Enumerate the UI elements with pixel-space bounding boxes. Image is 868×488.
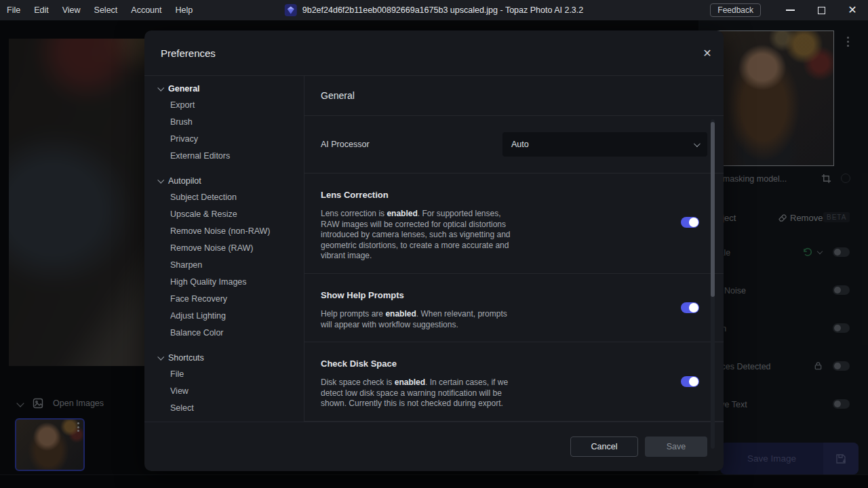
- maximize-icon: [818, 7, 825, 14]
- close-icon: ✕: [703, 47, 711, 59]
- menu-bar: File Edit View Select Account Help 9b2ef…: [0, 0, 868, 20]
- menu-select[interactable]: Select: [87, 0, 125, 20]
- ai-processor-row: AI Processor Auto: [304, 116, 724, 174]
- minimize-button[interactable]: [774, 0, 806, 20]
- sidebar-item-sharpen[interactable]: Sharpen: [144, 257, 304, 274]
- sidebar-item-export[interactable]: Export: [144, 97, 304, 114]
- chevron-down-icon: [157, 354, 164, 361]
- dialog-scrollbar[interactable]: [711, 119, 715, 449]
- page-title: General: [304, 76, 724, 116]
- sidebar-section-shortcuts[interactable]: Shortcuts: [144, 349, 304, 366]
- topaz-gem-icon: [285, 4, 297, 16]
- sidebar-item-high-quality-images[interactable]: High Quality Images: [144, 274, 304, 291]
- sidebar-item-select[interactable]: Select: [144, 400, 304, 417]
- scrollbar-thumb[interactable]: [711, 122, 715, 297]
- sidebar-item-brush[interactable]: Brush: [144, 114, 304, 131]
- preferences-sidebar: General Export Brush Privacy External Ed…: [144, 76, 304, 422]
- setting-description: Disk space check is enabled. In certain …: [321, 378, 519, 421]
- sidebar-item-masking[interactable]: Masking: [144, 417, 304, 422]
- cancel-button[interactable]: Cancel: [570, 436, 638, 457]
- minimize-icon: [786, 9, 795, 11]
- dialog-header: Preferences ✕: [144, 30, 724, 76]
- setting-lens-correction: Lens Correction Lens correction is enabl…: [304, 174, 724, 274]
- preferences-dialog: Preferences ✕ General Export Brush Priva…: [144, 30, 724, 471]
- setting-check-disk-space: Check Disk Space Disk space check is ena…: [304, 342, 724, 422]
- menu-account[interactable]: Account: [124, 0, 168, 20]
- feedback-button[interactable]: Feedback: [710, 3, 761, 17]
- sidebar-section-general[interactable]: General: [144, 80, 304, 97]
- chevron-down-icon: [157, 85, 164, 92]
- sidebar-item-external-editors[interactable]: External Editors: [144, 148, 304, 165]
- sidebar-item-file[interactable]: File: [144, 366, 304, 383]
- ai-processor-label: AI Processor: [321, 140, 370, 149]
- sidebar-item-privacy[interactable]: Privacy: [144, 131, 304, 148]
- dialog-title: Preferences: [161, 47, 216, 59]
- sidebar-item-adjust-lighting[interactable]: Adjust Lighting: [144, 308, 304, 325]
- sidebar-section-autopilot[interactable]: Autopilot: [144, 172, 304, 189]
- sidebar-item-remove-noise-raw[interactable]: Remove Noise (RAW): [144, 240, 304, 257]
- toggle-lens-correction[interactable]: [681, 217, 699, 228]
- sidebar-item-view[interactable]: View: [144, 383, 304, 400]
- setting-title: Lens Correction: [321, 190, 707, 200]
- dialog-close-button[interactable]: ✕: [701, 47, 714, 60]
- menu-file[interactable]: File: [0, 0, 27, 20]
- ai-processor-value: Auto: [511, 140, 529, 149]
- settings-scroll-area[interactable]: AI Processor Auto Lens Correction Lens c…: [304, 116, 724, 422]
- save-button[interactable]: Save: [645, 436, 707, 457]
- chevron-down-icon: [694, 140, 701, 147]
- menu-help[interactable]: Help: [169, 0, 200, 20]
- ai-processor-dropdown[interactable]: Auto: [502, 132, 707, 157]
- toggle-check-disk-space[interactable]: [681, 376, 699, 387]
- sidebar-item-upscale-resize[interactable]: Upscale & Resize: [144, 206, 304, 223]
- setting-description: Help prompts are enabled. When relevant,…: [321, 309, 519, 342]
- maximize-button[interactable]: [806, 0, 837, 20]
- close-window-button[interactable]: ✕: [837, 0, 868, 20]
- dialog-footer: Cancel Save: [144, 422, 724, 471]
- window-title-area: 9b2ef24d6f2b11eeb00892669a1675b3 upscale…: [285, 0, 583, 20]
- sidebar-item-remove-noise-non-raw[interactable]: Remove Noise (non-RAW): [144, 223, 304, 240]
- setting-description: Lens correction is enabled. For supporte…: [321, 209, 519, 273]
- toggle-show-help-prompts[interactable]: [681, 302, 699, 313]
- setting-title: Show Help Prompts: [321, 290, 707, 300]
- close-icon: ✕: [848, 5, 856, 16]
- sidebar-item-subject-detection[interactable]: Subject Detection: [144, 189, 304, 206]
- sidebar-item-face-recovery[interactable]: Face Recovery: [144, 291, 304, 308]
- setting-show-help-prompts: Show Help Prompts Help prompts are enabl…: [304, 274, 724, 342]
- window-title: 9b2ef24d6f2b11eeb00892669a1675b3 upscale…: [302, 5, 583, 15]
- preferences-content: General AI Processor Auto Lens Correctio…: [304, 76, 724, 422]
- sidebar-item-balance-color[interactable]: Balance Color: [144, 325, 304, 342]
- menu-edit[interactable]: Edit: [27, 0, 56, 20]
- menu-view[interactable]: View: [56, 0, 87, 20]
- setting-title: Check Disk Space: [321, 359, 707, 369]
- chevron-down-icon: [157, 177, 164, 184]
